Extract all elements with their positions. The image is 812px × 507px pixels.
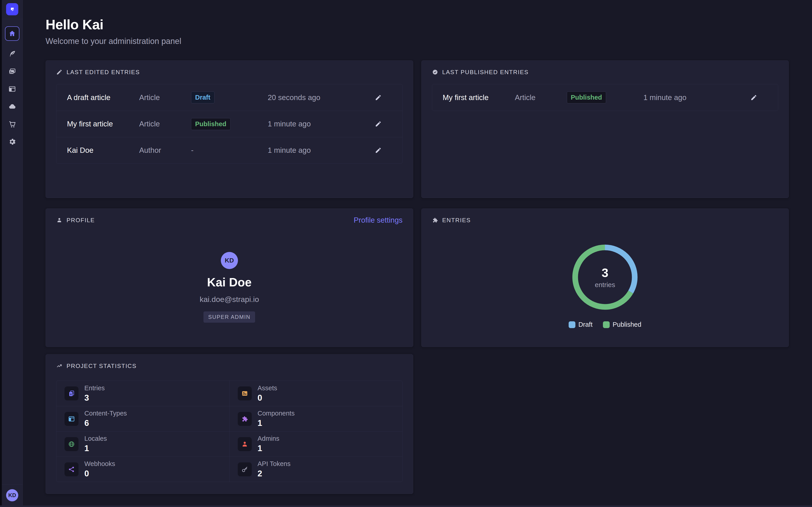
layout-panel-icon <box>8 85 16 93</box>
card-title: PROFILE <box>66 217 95 224</box>
sidebar-item-media-library[interactable] <box>7 67 17 76</box>
stat-api-tokens: API Tokens 2 <box>230 456 402 482</box>
donut-total: 3 <box>602 266 608 280</box>
cart-icon <box>8 120 16 128</box>
page-subtitle: Welcome to your administration panel <box>46 37 789 46</box>
globe-icon <box>68 441 75 448</box>
stat-label: Admins <box>258 435 280 442</box>
stat-value: 0 <box>84 469 115 478</box>
home-icon <box>8 30 16 38</box>
card-title: LAST EDITED ENTRIES <box>66 69 140 76</box>
sidebar-item-deploy[interactable] <box>7 102 17 111</box>
stats-grid: Entries 3 Assets <box>56 381 403 482</box>
image-icon <box>241 390 248 397</box>
puzzle-icon <box>432 217 438 223</box>
entry-time: 20 seconds ago <box>268 93 365 102</box>
entry-time: 1 minute ago <box>268 120 365 128</box>
stat-label: Webhooks <box>84 460 115 467</box>
stat-label: Locales <box>84 435 107 442</box>
entry-type: Article <box>515 93 567 102</box>
sidebar-item-settings[interactable] <box>7 137 17 146</box>
gear-icon <box>8 138 16 146</box>
user-icon <box>56 217 62 223</box>
last-published-entries-card: LAST PUBLISHED ENTRIES My first article … <box>421 60 789 198</box>
edit-entry-button[interactable] <box>749 93 759 102</box>
status-empty: - <box>191 146 194 154</box>
pencil-icon <box>375 121 382 127</box>
sidebar-nav <box>2 19 22 146</box>
stat-label: Entries <box>84 384 105 392</box>
chart-legend: Draft Published <box>432 321 778 328</box>
stat-components: Components 1 <box>230 406 402 431</box>
project-statistics-card: PROJECT STATISTICS Entries <box>46 354 413 494</box>
stat-value: 6 <box>84 418 127 428</box>
edit-entry-button[interactable] <box>373 93 383 102</box>
sidebar: KD <box>2 0 23 507</box>
card-title: LAST PUBLISHED ENTRIES <box>442 69 529 76</box>
edit-entry-button[interactable] <box>373 146 383 155</box>
entries-table: My first article Article Published 1 min… <box>432 84 778 111</box>
documents-icon <box>68 390 75 397</box>
trending-up-icon <box>56 363 62 369</box>
pencil-icon <box>750 94 757 101</box>
cloud-icon <box>8 103 16 111</box>
stat-value: 1 <box>258 444 280 453</box>
horizontal-scrollbar[interactable] <box>0 505 812 507</box>
stat-admins: Admins 1 <box>230 431 402 456</box>
published-swatch <box>603 321 610 328</box>
sidebar-item-marketplace[interactable] <box>7 120 17 129</box>
profile-settings-link[interactable]: Profile settings <box>354 216 402 224</box>
profile-name: Kai Doe <box>207 275 252 289</box>
profile-email: kai.doe@strapi.io <box>200 295 259 304</box>
sidebar-item-content-manager[interactable] <box>7 49 17 58</box>
sidebar-item-home[interactable] <box>5 26 19 41</box>
strapi-logo[interactable] <box>6 3 18 15</box>
entries-donut-chart: 3 entries <box>571 243 639 311</box>
table-row: A draft article Article Draft 20 seconds… <box>56 84 402 111</box>
card-title: PROJECT STATISTICS <box>66 362 137 370</box>
last-edited-entries-card: LAST EDITED ENTRIES A draft article Arti… <box>46 60 413 198</box>
table-row: Kai Doe Author - 1 minute ago <box>56 137 402 163</box>
stat-value: 1 <box>258 418 295 428</box>
entries-table: A draft article Article Draft 20 seconds… <box>56 84 403 164</box>
entry-type: Article <box>139 120 191 128</box>
draft-swatch <box>569 321 575 328</box>
page-title: Hello Kai <box>46 17 789 33</box>
main-content: Hello Kai Welcome to your administration… <box>23 0 812 507</box>
stat-value: 0 <box>258 393 277 403</box>
stat-value: 2 <box>258 469 291 478</box>
stat-label: Assets <box>258 384 277 392</box>
entry-time: 1 minute ago <box>268 146 365 155</box>
pencil-icon <box>56 69 62 75</box>
profile-avatar: KD <box>221 252 238 269</box>
role-badge: SUPER ADMIN <box>203 312 255 323</box>
stat-locales: Locales 1 <box>56 431 230 456</box>
layout-icon <box>68 415 75 422</box>
entry-name: My first article <box>67 120 139 128</box>
entries-chart-card: ENTRIES 3 entries <box>421 209 789 347</box>
card-title: ENTRIES <box>442 217 471 224</box>
sidebar-item-content-type-builder[interactable] <box>7 84 17 94</box>
entry-name: A draft article <box>67 93 139 102</box>
check-circle-icon <box>432 69 438 75</box>
stat-content-types: Content-Types 6 <box>56 406 230 431</box>
legend-item-draft: Draft <box>569 321 593 328</box>
feather-icon <box>8 50 16 58</box>
table-row: My first article Article Published 1 min… <box>56 111 402 137</box>
stat-value: 3 <box>84 393 105 403</box>
entry-type: Article <box>139 93 191 102</box>
window-edge <box>0 0 2 507</box>
table-row: My first article Article Published 1 min… <box>432 84 778 111</box>
stat-label: API Tokens <box>258 460 291 467</box>
entry-time: 1 minute ago <box>644 93 741 102</box>
key-icon <box>241 466 248 473</box>
status-badge: Published <box>191 118 231 130</box>
entry-name: My first article <box>443 93 515 102</box>
user-avatar[interactable]: KD <box>6 489 18 501</box>
media-library-icon <box>8 67 16 75</box>
status-badge: Published <box>567 92 606 103</box>
stat-value: 1 <box>84 444 107 453</box>
puzzle-icon <box>241 415 248 422</box>
edit-entry-button[interactable] <box>373 119 383 129</box>
sidebar-divider <box>2 484 22 485</box>
